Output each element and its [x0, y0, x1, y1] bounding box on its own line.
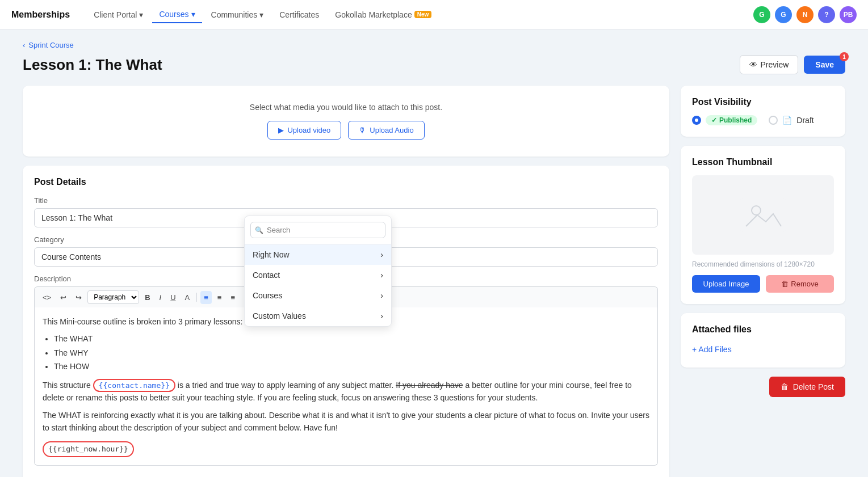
chevron-right-icon: › [380, 271, 383, 280]
page-content: ‹ Sprint Course Lesson 1: The What 👁 Pre… [0, 29, 868, 477]
page-title: Lesson 1: The What [23, 56, 162, 74]
nav-right: G G N ? PB [753, 6, 857, 23]
breadcrumb-icon: ‹ [23, 41, 25, 49]
variable-picker-dropdown: 🔍 Right Now › Contact › Courses › Custom… [244, 216, 392, 327]
avatar-green[interactable]: G [753, 6, 770, 23]
page-header: Lesson 1: The What 👁 Preview Save 1 [23, 55, 845, 74]
editor-list: The WHAT The WHY The HOW [54, 332, 649, 373]
undo-button[interactable]: ↩ [57, 291, 70, 304]
lesson-thumbnail-card: Lesson Thumbnail Recommended dimensions … [681, 146, 845, 304]
dropdown-search-input[interactable] [250, 222, 385, 238]
code-view-button[interactable]: <> [39, 291, 54, 304]
attached-files-title: Attached files [692, 324, 834, 335]
draft-icon: 📄 [782, 116, 792, 125]
thumbnail-svg-icon [740, 198, 786, 232]
nav-gokollab[interactable]: Gokollab Marketplace New [328, 7, 438, 23]
align-center-button[interactable]: ≡ [214, 291, 225, 304]
upload-video-button[interactable]: ▶ Upload video [267, 121, 341, 140]
list-item-2: The WHY [54, 347, 649, 359]
post-details-title: Post Details [34, 177, 658, 187]
list-item-1: The WHAT [54, 332, 649, 345]
avatar-purple[interactable]: ? [818, 6, 835, 23]
avatar-pb[interactable]: PB [840, 6, 857, 23]
remove-button[interactable]: 🗑 Remove [766, 275, 834, 293]
breadcrumb[interactable]: ‹ Sprint Course [23, 41, 845, 49]
search-wrap: 🔍 [250, 222, 385, 238]
dropdown-search-area: 🔍 [245, 216, 391, 244]
save-button[interactable]: Save 1 [804, 56, 845, 74]
strikethrough-text: If you already have [396, 381, 463, 390]
header-actions: 👁 Preview Save 1 [740, 55, 846, 74]
text-color-button[interactable]: A [182, 291, 194, 304]
top-navigation: Memberships Client Portal ▾ Courses ▾ Co… [0, 0, 868, 29]
chevron-right-icon: › [380, 291, 383, 300]
published-radio[interactable] [692, 116, 701, 125]
dropdown-item-custom-values[interactable]: Custom Values › [245, 306, 391, 326]
editor-para1: This structure {{contact.name}} is a tri… [43, 379, 649, 404]
editor-content[interactable]: This Mini-course outline is broken into … [34, 307, 658, 466]
thumbnail-actions: Upload Image 🗑 Remove [692, 275, 834, 293]
delete-post-button[interactable]: 🗑 Delete Post [769, 377, 845, 397]
chevron-right-icon: › [380, 311, 383, 320]
title-label: Title [34, 196, 658, 205]
thumbnail-dims: Recommended dimensions of 1280×720 [692, 260, 834, 268]
media-upload-card: Select what media you would like to atta… [23, 86, 669, 157]
toolbar-divider [196, 293, 197, 302]
underline-button[interactable]: U [167, 291, 179, 304]
post-visibility-card: Post Visibility ✓ Published 📄 Draft [681, 86, 845, 137]
save-notification-badge: 1 [840, 52, 849, 61]
thumbnail-placeholder [692, 175, 834, 255]
lesson-thumbnail-title: Lesson Thumbnail [692, 157, 834, 167]
right-now-variable: {{right_now.hour}} [43, 441, 134, 458]
editor-variable: {{right_now.hour}} [43, 439, 649, 458]
list-item-3: The HOW [54, 360, 649, 373]
avatar-orange[interactable]: N [796, 6, 814, 23]
avatar-blue[interactable]: G [775, 6, 792, 23]
post-visibility-title: Post Visibility [692, 97, 834, 107]
chevron-right-icon: › [380, 250, 383, 259]
align-right-button[interactable]: ≡ [227, 291, 238, 304]
upload-image-button[interactable]: Upload Image [692, 275, 760, 293]
nav-courses[interactable]: Courses ▾ [152, 6, 202, 23]
published-option[interactable]: ✓ Published [692, 115, 757, 125]
new-badge: New [414, 11, 432, 18]
redo-button[interactable]: ↪ [72, 291, 85, 304]
editor-para2: The WHAT is reinforcing exactly what it … [43, 409, 649, 434]
attached-files-card: Attached files + Add Files [681, 313, 845, 368]
add-files-button[interactable]: + Add Files [692, 343, 732, 356]
dropdown-item-contact[interactable]: Contact › [245, 265, 391, 285]
trash-icon: 🗑 [781, 280, 789, 288]
draft-radio[interactable] [769, 116, 778, 125]
nav-certificates[interactable]: Certificates [272, 7, 326, 23]
draft-label: Draft [796, 116, 814, 125]
delete-icon: 🗑 [781, 382, 789, 391]
audio-icon: 🎙 [359, 126, 366, 134]
right-column: Post Visibility ✓ Published 📄 Draft [681, 86, 845, 397]
visibility-options: ✓ Published 📄 Draft [692, 115, 834, 125]
dropdown-item-courses[interactable]: Courses › [245, 285, 391, 306]
nav-client-portal[interactable]: Client Portal ▾ [87, 7, 150, 23]
preview-button[interactable]: 👁 Preview [740, 55, 799, 74]
nav-items: Client Portal ▾ Courses ▾ Communities ▾ … [87, 6, 753, 23]
bold-button[interactable]: B [141, 291, 153, 304]
upload-audio-button[interactable]: 🎙 Upload Audio [348, 121, 424, 140]
svg-rect-0 [740, 198, 786, 232]
video-icon: ▶ [278, 126, 284, 134]
media-buttons: ▶ Upload video 🎙 Upload Audio [34, 121, 658, 140]
media-card-title: Select what media you would like to atta… [34, 103, 658, 112]
published-badge: ✓ Published [706, 115, 757, 125]
nav-communities[interactable]: Communities ▾ [204, 7, 271, 23]
dropdown-item-right-now[interactable]: Right Now › [245, 244, 391, 265]
eye-icon: 👁 [749, 60, 757, 69]
contact-name-tag: {{contact.name}} [93, 379, 175, 392]
draft-option[interactable]: 📄 Draft [769, 116, 814, 125]
italic-button[interactable]: I [156, 291, 165, 304]
brand-logo[interactable]: Memberships [11, 10, 70, 20]
paragraph-select[interactable]: Paragraph [87, 290, 139, 304]
main-layout: Select what media you would like to atta… [23, 86, 845, 477]
search-icon: 🔍 [255, 226, 263, 234]
breadcrumb-label: Sprint Course [28, 41, 73, 49]
align-left-button[interactable]: ≡ [200, 291, 212, 304]
